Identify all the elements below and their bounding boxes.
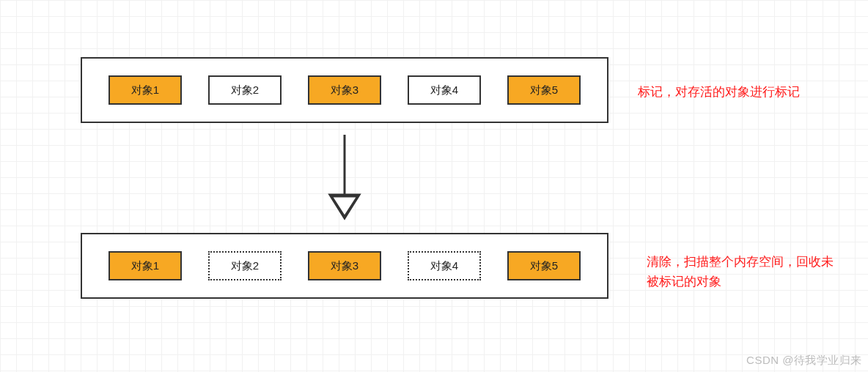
object-label: 对象3 xyxy=(331,259,358,273)
object-box-3: 对象3 xyxy=(308,251,381,280)
object-box-2: 对象2 xyxy=(208,251,282,280)
object-label: 对象5 xyxy=(530,259,558,273)
object-label: 对象2 xyxy=(231,259,259,273)
object-box-4: 对象4 xyxy=(408,251,481,280)
object-box-5: 对象5 xyxy=(507,251,581,280)
object-label: 对象1 xyxy=(131,83,159,97)
object-label: 对象2 xyxy=(231,83,259,97)
object-box-1: 对象1 xyxy=(108,251,182,280)
object-label: 对象5 xyxy=(530,83,558,97)
object-label: 对象3 xyxy=(331,83,358,97)
memory-row-after: 对象1 对象2 对象3 对象4 对象5 xyxy=(81,233,608,299)
object-label: 对象4 xyxy=(430,83,458,97)
watermark-text: CSDN @待我学业归来 xyxy=(746,354,862,368)
object-box-3: 对象3 xyxy=(308,75,381,105)
object-box-5: 对象5 xyxy=(507,75,581,105)
memory-row-before: 对象1 对象2 对象3 对象4 对象5 xyxy=(81,57,608,123)
object-box-2: 对象2 xyxy=(208,75,282,105)
object-box-1: 对象1 xyxy=(108,75,182,105)
caption-sweep-phase: 清除，扫描整个内存空间，回收未被标记的对象 xyxy=(647,252,837,291)
object-box-4: 对象4 xyxy=(408,75,481,105)
arrow-down-icon xyxy=(323,132,367,221)
object-label: 对象1 xyxy=(131,259,159,273)
object-label: 对象4 xyxy=(430,259,458,273)
svg-marker-2 xyxy=(331,196,358,217)
caption-mark-phase: 标记，对存活的对象进行标记 xyxy=(638,82,800,102)
